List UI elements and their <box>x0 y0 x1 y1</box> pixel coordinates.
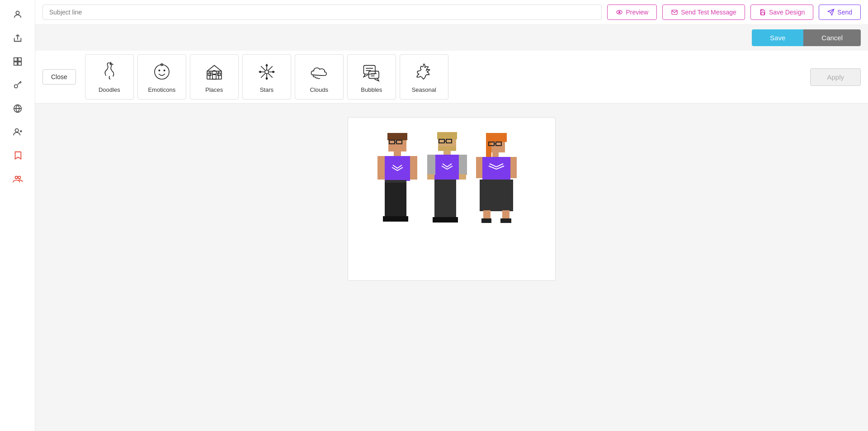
category-tile-places[interactable]: Places <box>190 54 239 99</box>
svg-point-13 <box>619 11 620 13</box>
svg-point-17 <box>158 69 160 71</box>
sidebar-icon-upload[interactable] <box>8 28 28 48</box>
svg-rect-72 <box>434 180 445 218</box>
topbar: Preview Send Test Message Save Design Se… <box>35 0 868 25</box>
svg-point-10 <box>15 176 18 179</box>
main-content: Preview Send Test Message Save Design Se… <box>35 0 868 431</box>
svg-rect-36 <box>363 65 375 74</box>
svg-point-7 <box>15 129 18 132</box>
svg-rect-69 <box>459 155 467 175</box>
canvas-area <box>35 104 868 431</box>
sidebar-icon-template[interactable] <box>8 52 28 71</box>
svg-rect-73 <box>445 180 456 218</box>
svg-rect-91 <box>481 218 491 223</box>
category-tile-doodles[interactable]: Doodles <box>85 54 134 99</box>
preview-button[interactable]: Preview <box>607 5 657 20</box>
svg-line-15 <box>110 62 111 65</box>
save-cancel-bar: Save Cancel <box>35 25 868 51</box>
svg-point-34 <box>259 71 261 72</box>
svg-rect-75 <box>443 217 458 223</box>
svg-point-32 <box>266 65 267 66</box>
category-tile-bubbles[interactable]: Bubbles <box>347 54 396 99</box>
category-tile-emoticons[interactable]: Emoticons <box>137 54 186 99</box>
svg-rect-39 <box>368 71 378 78</box>
svg-rect-56 <box>396 181 406 217</box>
svg-rect-44 <box>387 133 391 137</box>
sidebar-icon-key[interactable] <box>8 75 28 95</box>
sidebar <box>0 0 35 431</box>
svg-point-0 <box>16 11 19 14</box>
category-tile-seasonal[interactable]: Seasonal <box>400 54 448 99</box>
svg-rect-88 <box>480 180 513 211</box>
category-tiles: Doodles Emoticons <box>85 54 811 99</box>
svg-rect-1 <box>14 58 17 61</box>
category-label-doodles: Doodles <box>99 86 120 93</box>
svg-point-18 <box>163 69 165 71</box>
svg-point-33 <box>266 77 267 79</box>
svg-rect-85 <box>510 157 517 174</box>
svg-point-5 <box>14 85 17 88</box>
cancel-button[interactable]: Cancel <box>803 29 861 46</box>
svg-point-31 <box>265 70 269 74</box>
svg-point-35 <box>273 71 274 72</box>
picker-row: Close Doodles <box>35 51 868 104</box>
svg-rect-45 <box>404 133 407 137</box>
sidebar-icon-bookmark[interactable] <box>8 146 28 166</box>
category-tile-clouds[interactable]: Clouds <box>295 54 344 99</box>
svg-rect-87 <box>510 174 517 178</box>
svg-rect-82 <box>492 152 499 157</box>
svg-rect-49 <box>394 152 401 156</box>
svg-rect-59 <box>394 216 408 222</box>
svg-rect-92 <box>500 218 511 223</box>
svg-rect-68 <box>427 155 435 175</box>
subject-input[interactable] <box>42 5 602 20</box>
canvas-card <box>348 117 556 281</box>
svg-rect-4 <box>18 62 21 65</box>
sidebar-icon-globe[interactable] <box>8 99 28 118</box>
category-label-bubbles: Bubbles <box>361 86 382 93</box>
category-label-clouds: Clouds <box>310 86 328 93</box>
svg-rect-66 <box>443 150 451 155</box>
svg-rect-83 <box>482 157 510 180</box>
svg-rect-2 <box>18 58 21 61</box>
svg-rect-51 <box>377 156 385 174</box>
svg-rect-90 <box>502 210 509 219</box>
svg-rect-57 <box>385 180 406 183</box>
svg-rect-71 <box>459 174 466 180</box>
svg-rect-26 <box>217 73 220 76</box>
category-tile-stars[interactable]: Stars <box>242 54 291 99</box>
save-design-button[interactable]: Save Design <box>750 5 813 20</box>
category-label-seasonal: Seasonal <box>412 86 436 93</box>
category-label-places: Places <box>205 86 223 93</box>
category-label-emoticons: Emoticons <box>148 86 175 93</box>
category-label-stars: Stars <box>260 86 274 93</box>
svg-rect-86 <box>476 174 482 178</box>
svg-rect-52 <box>410 156 417 174</box>
illustration <box>361 127 542 271</box>
svg-rect-61 <box>437 132 457 139</box>
svg-rect-74 <box>433 217 445 223</box>
svg-rect-70 <box>427 174 434 180</box>
svg-rect-55 <box>385 181 396 217</box>
close-button[interactable]: Close <box>42 69 76 85</box>
svg-rect-58 <box>383 216 396 222</box>
svg-point-11 <box>18 176 20 179</box>
apply-button[interactable]: Apply <box>810 68 861 86</box>
svg-rect-84 <box>476 157 482 174</box>
svg-rect-25 <box>208 73 211 76</box>
save-button[interactable]: Save <box>752 29 803 46</box>
svg-rect-53 <box>377 174 385 180</box>
sidebar-icon-team[interactable] <box>8 169 28 189</box>
svg-point-16 <box>155 65 169 79</box>
sidebar-icon-user[interactable] <box>8 5 28 24</box>
svg-rect-54 <box>410 174 417 180</box>
svg-rect-3 <box>14 62 17 65</box>
svg-rect-89 <box>483 210 491 219</box>
sidebar-icon-remove-user[interactable] <box>8 122 28 142</box>
send-button[interactable]: Send <box>819 5 861 20</box>
send-test-button[interactable]: Send Test Message <box>662 5 745 20</box>
